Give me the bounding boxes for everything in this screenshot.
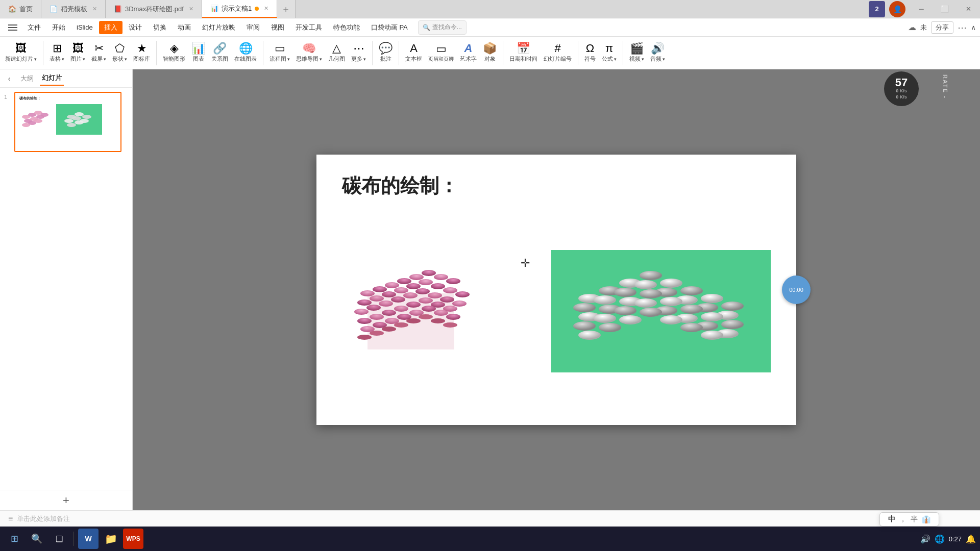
screenshot-label: 截屏▾ <box>91 55 106 63</box>
svg-point-92 <box>721 320 744 329</box>
image-btn[interactable]: 🖼 图片▾ <box>67 41 88 65</box>
menu-islide[interactable]: iSlide <box>71 21 98 33</box>
menu-view[interactable]: 视图 <box>266 21 289 34</box>
tab-template[interactable]: 📄 稻壳模板 ✕ <box>41 0 106 18</box>
search-input[interactable]: 🔍 查找命令... <box>418 20 467 35</box>
table-btn[interactable]: ⊞ 表格▾ <box>46 41 67 65</box>
menu-file[interactable]: 文件 <box>22 21 46 34</box>
slide-preview-1[interactable]: 碳布的绘制： <box>14 92 121 152</box>
ime-bar[interactable]: 中 ， 半 👔 <box>879 512 939 527</box>
header-footer-btn[interactable]: ▭ 页眉和页脚 <box>425 41 457 65</box>
menu-animation[interactable]: 动画 <box>173 21 196 34</box>
shape-btn[interactable]: ⬠ 形状▾ <box>109 41 130 65</box>
svg-point-76 <box>721 302 744 311</box>
menu-slideshow[interactable]: 幻灯片放映 <box>197 21 240 34</box>
symbol-btn[interactable]: Ω 符号 <box>581 41 599 65</box>
user-avatar[interactable]: 👤 <box>889 1 905 17</box>
timer-badge[interactable]: 00:00 <box>782 276 811 304</box>
svg-point-77 <box>573 303 596 312</box>
svg-point-31 <box>419 279 433 285</box>
slide-thumb-green-box <box>56 104 102 135</box>
slide-canvas[interactable]: 碳布的绘制： <box>316 155 796 425</box>
taskbar-clock: 0:27 <box>949 535 962 543</box>
pink-mesh-svg <box>342 263 475 360</box>
maximize-button[interactable]: ⬜ <box>933 0 957 18</box>
new-slide-btn[interactable]: 🖼 新建幻灯片 ▾ <box>2 41 40 65</box>
taskbar-folder-icon[interactable]: 📁 <box>101 529 121 549</box>
menu-special[interactable]: 特色功能 <box>328 21 365 34</box>
svg-point-103 <box>619 315 642 324</box>
mindmap-btn[interactable]: 🧠 思维导图▾ <box>293 41 325 65</box>
relation-map-btn[interactable]: 🔗 关系图 <box>208 41 231 65</box>
flowchart-btn[interactable]: ▭ 流程图▾ <box>266 41 293 65</box>
art-text-icon: A <box>464 43 473 54</box>
share-label[interactable]: 未 <box>920 23 927 32</box>
add-slide-btn[interactable]: + <box>0 490 132 510</box>
datetime-btn[interactable]: 📅 日期和时间 <box>506 41 541 65</box>
smart-shape-btn[interactable]: ◈ 智能图形 <box>160 41 188 65</box>
menu-dev[interactable]: 开发工具 <box>290 21 327 34</box>
notification-icon[interactable]: 🔔 <box>966 534 976 544</box>
svg-point-75 <box>701 294 723 303</box>
menu-start[interactable]: 开始 <box>47 21 70 34</box>
more-menu[interactable]: ⋯ <box>958 22 967 33</box>
art-text-btn[interactable]: A 艺术字 <box>457 41 480 65</box>
upload-speed: 0 K/s <box>896 88 907 94</box>
geometry-btn[interactable]: △ 几何图 <box>325 41 348 65</box>
menu-design[interactable]: 设计 <box>124 21 147 34</box>
windows-btn[interactable]: ⊞ <box>4 529 24 549</box>
slide-thumb-1[interactable]: 1 碳布的绘制： <box>4 92 128 152</box>
ime-half: 半 <box>911 515 918 524</box>
tab-ppt-close[interactable]: ✕ <box>264 5 268 12</box>
slide-body: ✛ <box>316 204 796 423</box>
svg-point-91 <box>701 312 723 321</box>
chart-btn[interactable]: 📊 图表 <box>188 41 208 65</box>
audio-btn[interactable]: 🔊 音频▾ <box>647 41 668 65</box>
note-bar[interactable]: ≡ 单击此处添加备注 <box>0 510 980 527</box>
more-btn[interactable]: ⋯ 更多▾ <box>348 41 369 65</box>
svg-point-72 <box>640 271 662 280</box>
menu-transition[interactable]: 切换 <box>148 21 172 34</box>
tab-home[interactable]: 🏠 首页 <box>0 0 41 18</box>
shape-icon: ⬠ <box>115 43 125 54</box>
menu-pocket[interactable]: 口袋动画 PA <box>366 21 413 34</box>
svg-point-80 <box>634 280 657 289</box>
comment-btn[interactable]: 💬 批注 <box>376 41 396 65</box>
panel-tab-outline[interactable]: 大纲 <box>18 72 36 85</box>
relation-icon: 🔗 <box>213 43 227 54</box>
formula-btn[interactable]: π 公式▾ <box>599 41 620 65</box>
image-label: 图片▾ <box>70 55 85 63</box>
slide-num-btn[interactable]: # 幻灯片编号 <box>541 41 575 65</box>
collapse-panel-btn[interactable]: ‹ <box>4 73 14 84</box>
hamburger-menu[interactable] <box>4 20 21 35</box>
formula-icon: π <box>605 43 613 54</box>
share-button[interactable]: 分享 <box>931 21 953 34</box>
tab-pdf-close[interactable]: ✕ <box>189 6 193 12</box>
task-view-btn[interactable]: ❑ <box>49 529 69 549</box>
icon-lib-icon: ★ <box>137 43 147 54</box>
online-icon-btn[interactable]: 🌐 在线图表 <box>231 41 260 65</box>
tab-ppt[interactable]: 📊 演示文稿1 ✕ <box>202 0 277 18</box>
panel-tab-slide[interactable]: 幻灯片 <box>40 71 64 86</box>
menu-review[interactable]: 审阅 <box>241 21 265 34</box>
tab-add[interactable]: ＋ <box>277 0 296 18</box>
svg-point-24 <box>434 274 448 280</box>
object-btn[interactable]: 📦 对象 <box>480 41 500 65</box>
collapse-ribbon[interactable]: ∧ <box>971 23 976 32</box>
comment-label: 批注 <box>380 55 391 63</box>
speed-details: 0 K/s 0 K/s <box>896 88 907 100</box>
taskbar-wps-icon[interactable]: WPS <box>123 529 143 549</box>
tab-template-close[interactable]: ✕ <box>92 6 97 12</box>
textbox-btn[interactable]: A 文本框 <box>402 41 425 65</box>
video-btn[interactable]: 🎬 视频▾ <box>626 41 647 65</box>
taskbar-word-icon[interactable]: W <box>78 529 99 549</box>
minimize-button[interactable]: ─ <box>910 0 933 18</box>
icon-lib-btn[interactable]: ★ 图标库 <box>130 41 153 65</box>
close-button[interactable]: ✕ <box>957 0 980 18</box>
menu-insert[interactable]: 插入 <box>99 21 122 34</box>
tab-pdf[interactable]: 📕 3Dmax科研绘图.pdf ✕ <box>106 0 202 18</box>
search-btn[interactable]: 🔍 <box>27 529 47 549</box>
screenshot-btn[interactable]: ✂ 截屏▾ <box>88 41 109 65</box>
smart-shape-icon: ◈ <box>170 43 179 54</box>
shape-label: 形状▾ <box>112 55 127 63</box>
